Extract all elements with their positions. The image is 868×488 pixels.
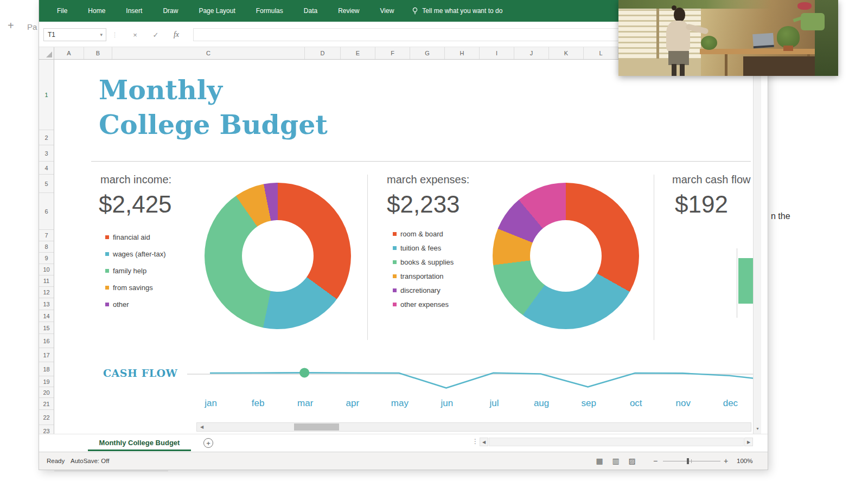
person-head [674, 8, 685, 22]
zoom-in-button[interactable]: + [724, 457, 728, 465]
cancel-entry-button[interactable]: × [128, 28, 142, 41]
active-tab-underline [88, 450, 191, 451]
row-header[interactable]: 12 [39, 287, 54, 298]
expenses-donut-chart[interactable] [493, 183, 639, 329]
column-header[interactable]: C [112, 47, 305, 59]
row-header[interactable]: 20 [39, 387, 54, 398]
ribbon-tab[interactable]: View [370, 0, 405, 22]
panel-divider-1 [367, 175, 368, 340]
row-header[interactable]: 21 [39, 398, 54, 410]
row-header[interactable]: 2 [39, 130, 54, 145]
autosave-status[interactable]: AutoSave: Off [71, 458, 109, 464]
column-header[interactable]: E [341, 47, 375, 59]
ribbon-tab[interactable]: Review [328, 0, 369, 22]
legend-label: books & supplies [400, 258, 454, 266]
row-header[interactable]: 15 [39, 322, 54, 334]
background-partial-text-right: n the [771, 211, 790, 221]
column-header[interactable]: H [445, 47, 480, 59]
scrollbar-track[interactable] [207, 423, 751, 431]
ribbon-tab[interactable]: Page Layout [188, 0, 245, 22]
income-panel-label: march income: [100, 174, 171, 186]
row-header[interactable]: 23 [39, 425, 54, 434]
title-divider-line [91, 161, 751, 162]
ribbon-tab[interactable]: Draw [152, 0, 188, 22]
scrollbar-thumb[interactable] [294, 423, 339, 431]
row-header[interactable]: 6 [39, 193, 54, 230]
legend-label: financial aid [113, 233, 150, 241]
row-header[interactable]: 5 [39, 175, 54, 193]
ribbon-tab[interactable]: Home [78, 0, 116, 22]
column-header[interactable]: I [480, 47, 514, 59]
status-bar: Ready AutoSave: Off ▦ ▥ ▨ − + 100% [39, 452, 768, 470]
name-box-dropdown-icon[interactable]: ▾ [100, 32, 106, 37]
tabbar-scroll-right-button[interactable]: ▶ [744, 438, 753, 446]
page-break-view-icon[interactable]: ▨ [624, 457, 640, 465]
tab-overflow-icon[interactable]: ⋮ [472, 438, 478, 445]
background-divider-line [54, 471, 168, 471]
month-label: mar [282, 398, 329, 412]
row-header[interactable]: 17 [39, 348, 54, 362]
row-header[interactable]: 18 [39, 362, 54, 376]
flowers [797, 2, 812, 10]
row-header[interactable]: 1 [39, 60, 54, 130]
income-donut-chart[interactable] [205, 183, 351, 329]
tabbar-scrollbar-track[interactable] [489, 438, 744, 446]
month-label: jun [423, 398, 470, 412]
name-box[interactable]: ▾ [43, 28, 106, 41]
row-header[interactable]: 13 [39, 298, 54, 310]
column-header[interactable]: D [305, 47, 341, 59]
row-header[interactable]: 19 [39, 376, 54, 387]
month-label: aug [518, 398, 565, 412]
zoom-slider[interactable] [663, 461, 720, 461]
ribbon-tab[interactable]: Formulas [246, 0, 293, 22]
zoom-slider-thumb[interactable] [687, 458, 689, 464]
column-header[interactable]: F [375, 47, 410, 59]
ribbon-tab[interactable]: File [47, 0, 78, 22]
column-header[interactable]: G [410, 47, 445, 59]
ribbon-tab[interactable]: Insert [116, 0, 152, 22]
row-header[interactable]: 8 [39, 241, 54, 253]
vertical-scrollbar[interactable]: ▲ ▼ [753, 60, 761, 434]
row-header[interactable]: 3 [39, 145, 54, 162]
page-layout-view-icon[interactable]: ▥ [608, 457, 624, 465]
tabbar-scroll-left-button[interactable]: ◀ [480, 438, 488, 446]
row-header[interactable]: 16 [39, 334, 54, 348]
normal-view-icon[interactable]: ▦ [591, 457, 608, 465]
legend-label: discretionary [400, 286, 441, 294]
legend-label: from savings [113, 284, 153, 292]
row-header[interactable]: 9 [39, 253, 54, 264]
ribbon-tab[interactable]: Data [293, 0, 328, 22]
column-header[interactable]: J [514, 47, 549, 59]
row-header[interactable]: 4 [39, 162, 54, 175]
background-plus-button[interactable]: + [8, 20, 14, 32]
insert-function-button[interactable]: fx [169, 28, 183, 41]
legend-bullet-icon [105, 269, 109, 273]
zoom-level[interactable]: 100% [737, 458, 752, 464]
sheet-tab-active[interactable]: Monthly College Budget [88, 434, 191, 451]
tell-me-box[interactable]: Tell me what you want to do [412, 7, 502, 15]
legend-bullet-icon [105, 286, 109, 290]
row-header[interactable]: 22 [39, 410, 54, 425]
column-header[interactable]: L [584, 47, 618, 59]
scroll-left-icon[interactable]: ◀ [197, 423, 207, 431]
legend-label: transportation [400, 272, 444, 280]
column-header[interactable]: A [54, 47, 84, 59]
scroll-down-icon[interactable]: ▼ [754, 424, 762, 433]
column-header[interactable]: B [84, 47, 112, 59]
row-header[interactable]: 10 [39, 264, 54, 275]
cashflow-chart-title: CASH FLOW [103, 367, 177, 379]
select-all-corner[interactable] [39, 47, 54, 59]
row-header[interactable]: 11 [39, 275, 54, 287]
column-header[interactable]: K [549, 47, 584, 59]
panel-divider-2 [654, 175, 654, 340]
window-frame [656, 0, 659, 59]
cashflow-line-chart[interactable] [187, 355, 754, 393]
legend-item: transportation [393, 269, 454, 283]
row-header[interactable]: 14 [39, 310, 54, 322]
row-header[interactable]: 7 [39, 230, 54, 241]
chart-horizontal-scrollbar[interactable]: ◀ [196, 422, 751, 432]
add-sheet-button[interactable]: + [203, 438, 213, 448]
confirm-entry-button[interactable]: ✓ [149, 28, 163, 41]
name-box-input[interactable] [44, 31, 91, 38]
zoom-out-button[interactable]: − [653, 457, 658, 465]
